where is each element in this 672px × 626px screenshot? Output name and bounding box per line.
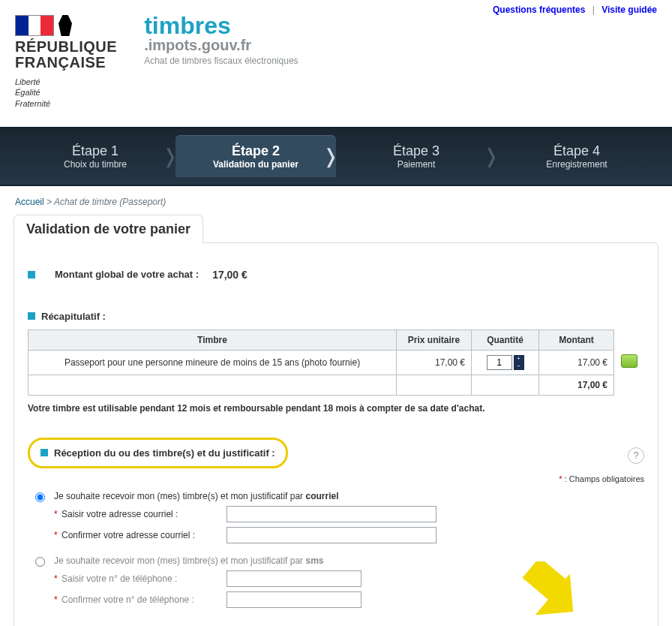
col-unit-price: Prix unitaire bbox=[397, 330, 472, 350]
qty-plus-button[interactable]: + bbox=[514, 355, 524, 363]
square-bullet-icon bbox=[28, 271, 35, 278]
validity-note: Votre timbre est utilisable pendant 12 m… bbox=[28, 403, 644, 414]
col-qty: Quantité bbox=[472, 330, 539, 350]
square-bullet-icon bbox=[28, 312, 35, 320]
product-label: Passeport pour une personne mineure de m… bbox=[28, 350, 397, 375]
breadcrumb: Accueil > Achat de timbre (Passeport) bbox=[15, 197, 658, 207]
step-2[interactable]: Étape 2 Validation du panier ❭ bbox=[176, 136, 336, 177]
site-title-block: timbres .impots.gouv.fr Achat de timbres… bbox=[144, 15, 298, 66]
reception-title-box: Réception du ou des timbre(s) et du just… bbox=[28, 438, 288, 468]
step-4[interactable]: Étape 4 Enregistrement bbox=[496, 136, 657, 177]
step-3[interactable]: Étape 3 Paiement ❭ bbox=[336, 136, 496, 177]
phone-confirm-label: * Confirmer votre n° de téléphone : bbox=[54, 594, 226, 605]
rf-logo: RÉPUBLIQUE FRANÇAISE Liberté Égalité Fra… bbox=[15, 15, 117, 109]
step-1[interactable]: Étape 1 Choix du timbre ❭ bbox=[15, 136, 176, 177]
marianne-icon bbox=[58, 15, 72, 36]
email-confirm-label: * Confirmer votre adresse courriel : bbox=[54, 530, 226, 540]
qty-minus-button[interactable]: − bbox=[514, 363, 524, 370]
table-row: Passeport pour une personne mineure de m… bbox=[28, 350, 644, 375]
site-subtitle: Achat de timbres fiscaux électroniques bbox=[144, 56, 298, 66]
top-links-bar: Questions fréquentes | Visite guidée bbox=[0, 0, 672, 15]
page-title: Validation de votre panier bbox=[14, 215, 203, 243]
site-title: timbres bbox=[144, 15, 298, 37]
email-label: * Saisir votre adresse courriel : bbox=[54, 509, 226, 519]
square-bullet-icon bbox=[40, 449, 48, 456]
required-note: * : Champs obligatoires bbox=[28, 474, 644, 483]
france-flag-icon bbox=[15, 15, 54, 36]
total-label: Montant global de votre achat : bbox=[55, 269, 199, 280]
separator: | bbox=[592, 5, 595, 15]
breadcrumb-home[interactable]: Accueil bbox=[15, 197, 44, 207]
rf-motto: Liberté Égalité Fraternité bbox=[15, 77, 117, 109]
col-amount: Montant bbox=[539, 330, 614, 350]
delivery-option-sms: Je souhaite recevoir mon (mes) timbre(s)… bbox=[28, 555, 644, 612]
breadcrumb-current: Achat de timbre (Passeport) bbox=[54, 197, 166, 207]
sms-option-title: Je souhaite recevoir mon (mes) timbre(s)… bbox=[54, 555, 644, 566]
email-confirm-input[interactable] bbox=[226, 527, 436, 543]
total-section: Montant global de votre achat : 17,00 € bbox=[28, 269, 644, 281]
main-panel: Montant global de votre achat : 17,00 € … bbox=[14, 242, 658, 626]
tour-link[interactable]: Visite guidée bbox=[602, 5, 657, 15]
email-input[interactable] bbox=[226, 506, 436, 522]
help-icon[interactable]: ? bbox=[628, 447, 644, 464]
delete-row-icon[interactable] bbox=[621, 354, 638, 368]
col-product: Timbre bbox=[28, 330, 397, 350]
table-total: 17,00 € bbox=[539, 375, 614, 395]
recap-table: Timbre Prix unitaire Quantité Montant Pa… bbox=[28, 330, 644, 396]
phone-confirm-input[interactable] bbox=[226, 591, 362, 608]
table-total-row: 17,00 € bbox=[28, 375, 644, 395]
phone-label: * Saisir votre n° de téléphone : bbox=[54, 573, 226, 584]
radio-email[interactable] bbox=[35, 492, 45, 502]
quantity-input[interactable] bbox=[487, 355, 512, 370]
faq-link[interactable]: Questions fréquentes bbox=[493, 5, 585, 15]
rf-text: RÉPUBLIQUE FRANÇAISE bbox=[15, 39, 117, 71]
site-header: RÉPUBLIQUE FRANÇAISE Liberté Égalité Fra… bbox=[0, 15, 672, 127]
recap-title: Récapitulatif : bbox=[28, 311, 644, 322]
delivery-option-email: Je souhaite recevoir mon (mes) timbre(s)… bbox=[28, 491, 644, 548]
site-domain: .impots.gouv.fr bbox=[144, 37, 298, 54]
steps-bar: Étape 1 Choix du timbre ❭ Étape 2 Valida… bbox=[0, 127, 672, 186]
radio-sms[interactable] bbox=[35, 557, 45, 567]
row-amount: 17,00 € bbox=[539, 350, 614, 375]
email-option-title: Je souhaite recevoir mon (mes) timbre(s)… bbox=[54, 491, 644, 501]
total-amount: 17,00 € bbox=[212, 269, 248, 281]
unit-price: 17,00 € bbox=[397, 350, 472, 375]
phone-input[interactable] bbox=[226, 570, 362, 587]
